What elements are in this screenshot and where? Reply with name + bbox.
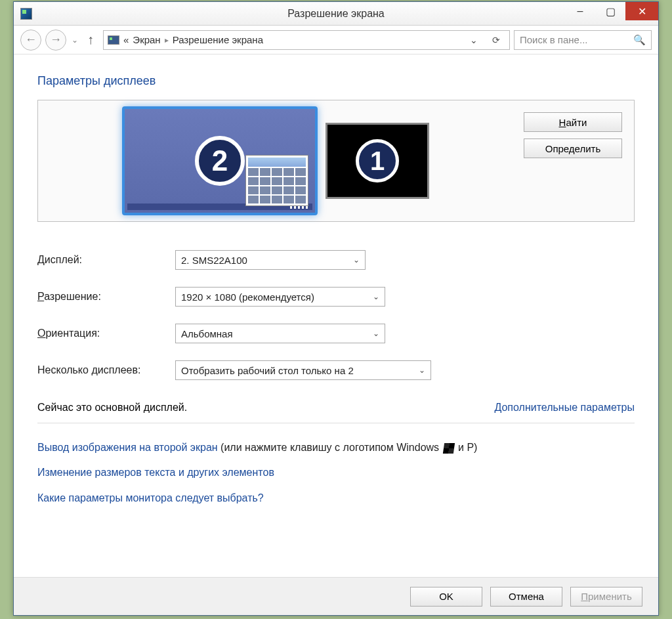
project-screen-link[interactable]: Вывод изображения на второй экран xyxy=(37,442,218,453)
address-bar[interactable]: « Экран ▸ Разрешение экрана ⌄ ⟳ xyxy=(103,30,510,50)
orientation-value: Альбомная xyxy=(181,328,233,339)
search-icon: 🔍 xyxy=(633,34,646,46)
up-button[interactable]: ↑ xyxy=(87,32,94,47)
titlebar[interactable]: Разрешение экрана – ▢ ✕ xyxy=(14,2,658,26)
which-settings-link[interactable]: Какие параметры монитора следует выбрать… xyxy=(37,492,264,503)
resolution-select[interactable]: 1920 × 1080 (рекомендуется) ⌄ xyxy=(175,287,385,307)
close-button[interactable]: ✕ xyxy=(625,2,658,20)
project-suffix-b: и P) xyxy=(458,442,477,453)
resolution-value: 1920 × 1080 (рекомендуется) xyxy=(181,291,314,303)
ok-button[interactable]: OK xyxy=(410,587,482,607)
maximize-button[interactable]: ▢ xyxy=(595,2,625,20)
breadcrumb-2[interactable]: Разрешение экрана xyxy=(173,34,263,45)
text-size-link[interactable]: Изменение размеров текста и других элеме… xyxy=(37,467,274,478)
addr-dropdown-icon[interactable]: ⌄ xyxy=(465,31,483,49)
multi-display-value: Отобразить рабочий стол только на 2 xyxy=(181,365,354,376)
identify-button[interactable]: Определить xyxy=(524,139,622,158)
location-icon xyxy=(108,35,119,45)
chevron-down-icon: ⌄ xyxy=(353,255,360,265)
content-area: Параметры дисплеев 2 1 xyxy=(14,54,658,521)
breadcrumb-1[interactable]: Экран xyxy=(133,34,160,45)
minimize-button[interactable]: – xyxy=(565,2,595,20)
monitor-1[interactable]: 1 xyxy=(326,123,429,199)
orientation-select[interactable]: Альбомная ⌄ xyxy=(175,324,385,343)
forward-button[interactable]: → xyxy=(45,30,66,51)
back-button[interactable]: ← xyxy=(20,30,41,51)
monitor-2[interactable]: 2 xyxy=(122,106,318,215)
monitor-1-label: 1 xyxy=(356,139,399,182)
display-select[interactable]: 2. SMS22A100 ⌄ xyxy=(175,250,366,270)
settings-form: Дисплей: 2. SMS22A100 ⌄ Разрешение: 1920… xyxy=(37,242,635,389)
window-controls: – ▢ ✕ xyxy=(565,2,658,20)
cancel-button[interactable]: Отмена xyxy=(490,587,562,607)
window-title: Разрешение экрана xyxy=(14,8,658,20)
chevron-down-icon: ⌄ xyxy=(373,329,379,338)
footer-bar: OK Отмена Применить xyxy=(14,577,658,615)
multi-display-select[interactable]: Отобразить рабочий стол только на 2 ⌄ xyxy=(175,360,431,380)
history-dropdown-icon[interactable]: ⌄ xyxy=(72,35,78,45)
links-block: Вывод изображения на второй экран (или н… xyxy=(37,435,635,511)
keypad-icon xyxy=(245,155,308,206)
monitor-2-label: 2 xyxy=(195,136,245,186)
display-value: 2. SMS22A100 xyxy=(181,255,247,266)
chevron-down-icon: ⌄ xyxy=(419,366,425,375)
project-suffix-a: (или нажмите клавишу с логотипом Windows xyxy=(220,442,442,453)
chevron-down-icon: ⌄ xyxy=(373,292,379,301)
orientation-label: Ориентация: xyxy=(37,328,175,339)
addr-prefix: « xyxy=(123,34,129,45)
windows-logo-icon xyxy=(442,443,454,454)
main-display-status: Сейчас это основной дисплей. xyxy=(37,402,187,414)
chevron-right-icon: ▸ xyxy=(165,35,169,45)
advanced-settings-link[interactable]: Дополнительные параметры xyxy=(494,402,635,414)
multi-display-label: Несколько дисплеев: xyxy=(37,364,175,376)
search-input[interactable]: Поиск в пане... 🔍 xyxy=(514,30,652,50)
page-heading: Параметры дисплеев xyxy=(37,74,635,88)
refresh-button[interactable]: ⟳ xyxy=(487,31,505,49)
navigation-bar: ← → ⌄ ↑ « Экран ▸ Разрешение экрана ⌄ ⟳ … xyxy=(14,26,658,54)
monitor-preview-panel: 2 1 Найти Определить xyxy=(37,100,635,222)
display-label: Дисплей: xyxy=(37,254,175,266)
apply-button[interactable]: Применить xyxy=(570,587,642,607)
detect-button[interactable]: Найти xyxy=(524,112,622,132)
resolution-label: Разрешение: xyxy=(37,291,175,303)
divider xyxy=(37,423,635,423)
search-placeholder: Поиск в пане... xyxy=(520,34,587,45)
window-frame: Разрешение экрана – ▢ ✕ ← → ⌄ ↑ « Экран … xyxy=(13,1,659,616)
